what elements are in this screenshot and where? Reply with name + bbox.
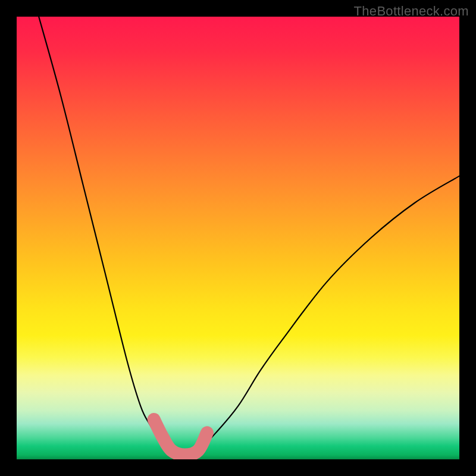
- curve-highlight-bottom: [154, 419, 207, 455]
- curve-svg: [17, 17, 459, 459]
- chart-frame: TheBottleneck.com: [0, 0, 476, 476]
- curve-left-branch: [39, 17, 171, 450]
- plot-area: [17, 17, 459, 459]
- curve-right-branch: [194, 176, 459, 450]
